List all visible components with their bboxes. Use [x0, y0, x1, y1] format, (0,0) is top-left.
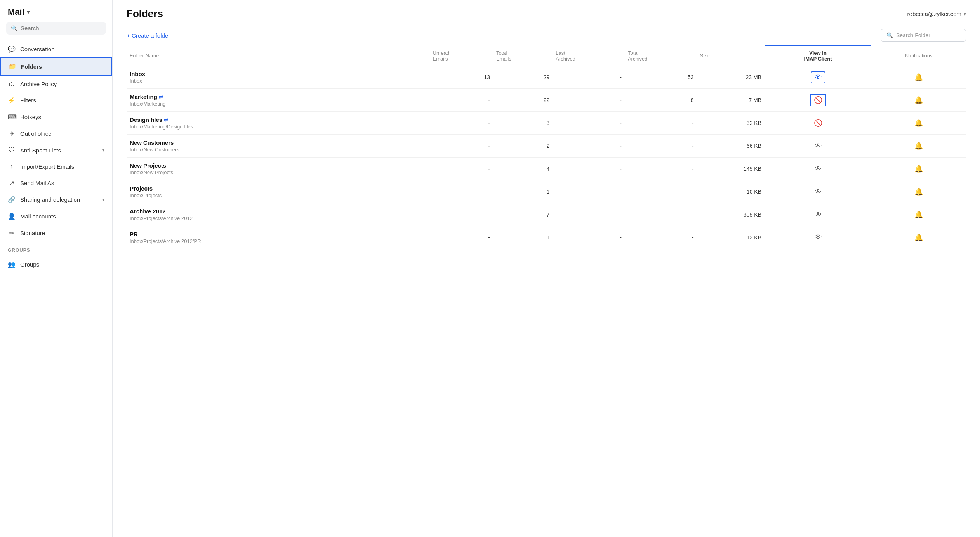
cell-last-archived: - — [553, 158, 625, 180]
notification-cell: 🔔 — [871, 66, 966, 89]
notification-cell: 🔔 — [871, 112, 966, 135]
notification-cell: 🔔 — [871, 203, 966, 226]
imap-toggle-button[interactable]: 👁 — [811, 210, 825, 220]
nav-label-mail-accounts: Mail accounts — [20, 213, 56, 220]
table-row: Marketing⇄ Inbox/Marketing -22-87 MB🚫🔔 — [127, 89, 966, 112]
sidebar-item-send-mail-as[interactable]: ↗ Send Mail As — [0, 175, 112, 191]
sidebar-item-groups[interactable]: 👥 Groups — [0, 256, 112, 273]
cell-total-archived: - — [625, 180, 697, 203]
notification-bell-button[interactable]: 🔔 — [914, 96, 923, 104]
cell-unread-emails: - — [430, 112, 493, 135]
share-icon[interactable]: ⇄ — [164, 117, 168, 123]
nav-icon-out-of-office: ✈ — [8, 130, 16, 137]
nav-label-folders: Folders — [21, 63, 42, 70]
imap-toggle-button[interactable]: 👁 — [811, 187, 825, 197]
table-row: Archive 2012 Inbox/Projects/Archive 2012… — [127, 203, 966, 226]
sidebar-item-filters[interactable]: ⚡ Filters — [0, 92, 112, 109]
notification-bell-button[interactable]: 🔔 — [914, 210, 923, 219]
nav-icon-sharing: 🔗 — [8, 196, 16, 203]
notification-cell: 🔔 — [871, 158, 966, 180]
table-row: Inbox Inbox 1329-5323 MB👁🔔 — [127, 66, 966, 89]
sidebar-header: Mail ▾ — [0, 0, 112, 22]
nav-label-anti-spam: Anti-Spam Lists — [20, 147, 61, 154]
nav-label-out-of-office: Out of office — [20, 130, 52, 137]
notification-cell: 🔔 — [871, 226, 966, 249]
imap-cell: 👁 — [765, 66, 871, 89]
cell-unread-emails: - — [430, 89, 493, 112]
folder-name: New Projects — [130, 162, 427, 169]
cell-total-emails: 3 — [493, 112, 553, 135]
app-title[interactable]: Mail ▾ — [8, 7, 30, 17]
imap-cell: 👁 — [765, 226, 871, 249]
cell-unread-emails: - — [430, 226, 493, 249]
cell-total-emails: 22 — [493, 89, 553, 112]
cell-total-archived: - — [625, 158, 697, 180]
search-input[interactable] — [21, 25, 101, 31]
folder-path: Inbox/New Projects — [130, 170, 427, 175]
sidebar-item-hotkeys[interactable]: ⌨ Hotkeys — [0, 109, 112, 125]
cell-total-archived: 53 — [625, 66, 697, 89]
cell-unread-emails: 13 — [430, 66, 493, 89]
notification-bell-button[interactable]: 🔔 — [914, 187, 923, 196]
nav-label-signature: Signature — [20, 230, 45, 236]
sidebar-item-signature[interactable]: ✏ Signature — [0, 225, 112, 241]
col-header-notifications: Notifications — [871, 46, 966, 66]
create-folder-button[interactable]: + Create a folder — [127, 32, 170, 39]
table-body: Inbox Inbox 1329-5323 MB👁🔔 Marketing⇄ In… — [127, 66, 966, 249]
imap-toggle-button[interactable]: 🚫 — [810, 94, 826, 106]
imap-toggle-button[interactable]: 👁 — [811, 141, 825, 151]
notification-bell-button[interactable]: 🔔 — [914, 119, 923, 127]
nav-label-import-export: Import/Export Emails — [20, 163, 74, 170]
share-icon[interactable]: ⇄ — [159, 94, 163, 100]
sidebar-item-folders[interactable]: 📁 Folders — [0, 57, 112, 76]
imap-cell: 🚫 — [765, 112, 871, 135]
folder-path: Inbox/Projects — [130, 192, 427, 198]
notification-bell-button[interactable]: 🔔 — [914, 165, 923, 173]
cell-size: 23 MB — [697, 66, 765, 89]
cell-total-emails: 29 — [493, 66, 553, 89]
imap-toggle-button[interactable]: 👁 — [811, 232, 825, 243]
notification-bell-button[interactable]: 🔔 — [914, 73, 923, 81]
user-email-text: rebecca@zylker.com — [907, 10, 961, 17]
imap-toggle-button[interactable]: 👁 — [811, 71, 825, 83]
cell-last-archived: - — [553, 89, 625, 112]
sidebar-item-archive-policy[interactable]: 🗂 Archive Policy — [0, 76, 112, 92]
cell-total-emails: 4 — [493, 158, 553, 180]
table-row: Projects Inbox/Projects -1--10 KB👁🔔 — [127, 180, 966, 203]
page-title: Folders — [127, 8, 163, 20]
cell-unread-emails: - — [430, 203, 493, 226]
sidebar-item-conversation[interactable]: 💬 Conversation — [0, 41, 112, 57]
nav-icon-conversation: 💬 — [8, 45, 16, 53]
cell-total-emails: 2 — [493, 135, 553, 158]
nav-label-send-mail-as: Send Mail As — [20, 180, 54, 186]
nav-label-hotkeys: Hotkeys — [20, 114, 41, 120]
user-email[interactable]: rebecca@zylker.com ▾ — [907, 10, 966, 17]
folder-name: Archive 2012 — [130, 208, 427, 215]
imap-toggle-button[interactable]: 👁 — [811, 164, 825, 174]
sidebar-item-out-of-office[interactable]: ✈ Out of office — [0, 125, 112, 142]
sidebar-item-sharing[interactable]: 🔗 Sharing and delegation ▾ — [0, 191, 112, 208]
folder-name-cell: New Projects Inbox/New Projects — [127, 158, 430, 180]
cell-size: 32 KB — [697, 112, 765, 135]
imap-toggle-button[interactable]: 🚫 — [811, 118, 825, 128]
sidebar-item-mail-accounts[interactable]: 👤 Mail accounts — [0, 208, 112, 225]
sidebar-item-import-export[interactable]: ↕ Import/Export Emails — [0, 158, 112, 175]
nav-label-groups: Groups — [20, 261, 39, 268]
search-box[interactable]: 🔍 — [6, 22, 106, 35]
notification-bell-button[interactable]: 🔔 — [914, 142, 923, 150]
nav-icon-anti-spam: 🛡 — [8, 147, 16, 154]
folders-table-container: Folder NameUnreadEmailsTotalEmailsLastAr… — [113, 45, 980, 537]
col-header-total-emails: TotalEmails — [493, 46, 553, 66]
cell-total-archived: 8 — [625, 89, 697, 112]
cell-unread-emails: - — [430, 135, 493, 158]
expand-icon-anti-spam: ▾ — [102, 147, 104, 153]
notification-bell-button[interactable]: 🔔 — [914, 233, 923, 242]
table-row: New Projects Inbox/New Projects -4--145 … — [127, 158, 966, 180]
nav-icon-archive-policy: 🗂 — [8, 80, 16, 87]
search-folder-box[interactable]: 🔍 Search Folder — [881, 29, 966, 42]
folder-name-cell: PR Inbox/Projects/Archive 2012/PR — [127, 226, 430, 249]
cell-last-archived: - — [553, 112, 625, 135]
folder-name-cell: New Customers Inbox/New Customers — [127, 135, 430, 158]
user-chevron-icon: ▾ — [964, 11, 966, 17]
sidebar-item-anti-spam[interactable]: 🛡 Anti-Spam Lists ▾ — [0, 142, 112, 158]
